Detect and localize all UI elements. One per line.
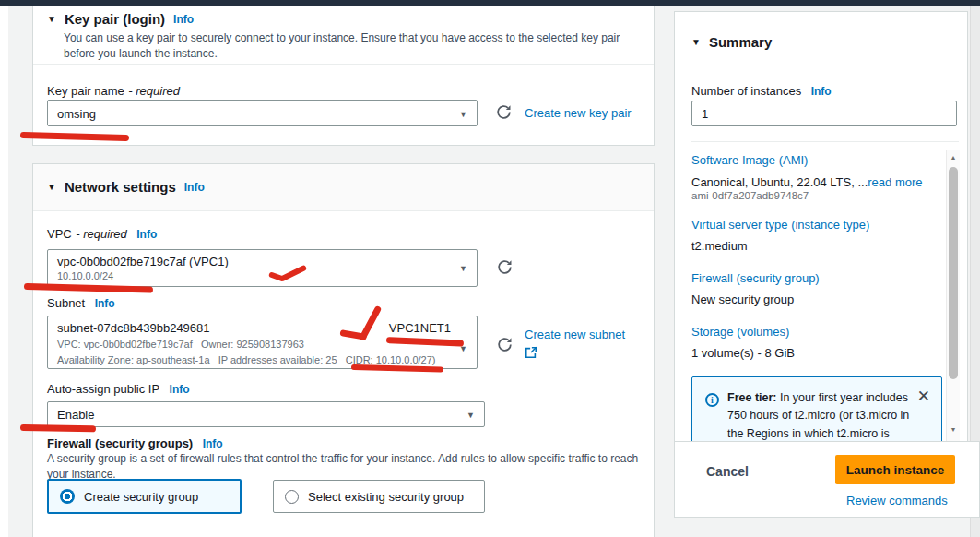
read-more-link[interactable]: read more bbox=[868, 175, 922, 189]
key-pair-name-label: Key pair name - required bbox=[47, 82, 180, 99]
create-security-group-option[interactable]: Create security group bbox=[47, 479, 242, 514]
chevron-down-icon: ▼ bbox=[459, 264, 467, 273]
storage-link[interactable]: Storage (volumes) bbox=[691, 325, 789, 339]
ami-id: ami-0df7a207adb9748c7 bbox=[691, 190, 809, 201]
info-circle-icon: i bbox=[705, 393, 719, 407]
create-new-subnet-link[interactable]: Create new subnet bbox=[525, 328, 625, 341]
info-link[interactable]: Info bbox=[170, 383, 190, 396]
chevron-down-icon: ▼ bbox=[691, 37, 701, 47]
vpc-select[interactable]: vpc-0b0bd02fbe719c7af (VPC1) 10.10.0.0/2… bbox=[47, 249, 478, 287]
firewall-value: New security group bbox=[691, 292, 794, 306]
scrollbar-thumb[interactable] bbox=[949, 167, 958, 379]
divider bbox=[675, 66, 967, 66]
auto-assign-ip-select[interactable]: Enable ▼ bbox=[47, 401, 485, 427]
summary-panel: ▼ Summary Number of instances Info Softw… bbox=[674, 11, 968, 441]
section-title: Network settings bbox=[65, 179, 176, 195]
number-of-instances-label: Number of instances Info bbox=[691, 82, 832, 99]
info-link[interactable]: Info bbox=[184, 181, 205, 194]
key-pair-header[interactable]: ▼ Key pair (login) Info bbox=[47, 11, 194, 27]
scroll-up-icon[interactable]: ▲ bbox=[947, 154, 960, 161]
review-commands-link[interactable]: Review commands bbox=[846, 494, 948, 507]
network-settings-section: ▼ Network settings Info VPC - required I… bbox=[32, 163, 655, 537]
chevron-down-icon: ▼ bbox=[47, 14, 56, 24]
refresh-icon[interactable] bbox=[497, 337, 513, 356]
chevron-down-icon: ▼ bbox=[47, 182, 56, 192]
free-tier-notice: i Free tier: In your first year includes… bbox=[691, 376, 942, 441]
key-pair-description: You can use a key pair to securely conne… bbox=[64, 30, 637, 63]
storage-value: 1 volume(s) - 8 GiB bbox=[691, 346, 795, 360]
select-existing-security-group-option[interactable]: Select existing security group bbox=[273, 480, 485, 513]
number-of-instances-input[interactable] bbox=[691, 101, 957, 126]
vpc-label: VPC - required Info bbox=[47, 225, 157, 242]
instance-type-value: t2.medium bbox=[691, 239, 748, 253]
cancel-button[interactable]: Cancel bbox=[706, 464, 749, 479]
info-link[interactable]: Info bbox=[95, 297, 115, 310]
free-tier-text: Free tier: In your first year includes 7… bbox=[727, 389, 917, 441]
radio-unselected-icon bbox=[285, 490, 299, 504]
info-link[interactable]: Info bbox=[173, 13, 194, 26]
info-link[interactable]: Info bbox=[136, 228, 157, 241]
network-settings-header[interactable]: ▼ Network settings Info bbox=[33, 164, 654, 211]
chevron-down-icon: ▼ bbox=[466, 411, 475, 420]
info-link[interactable]: Info bbox=[203, 437, 223, 450]
subnet-name: VPC1NET1 bbox=[389, 321, 451, 335]
refresh-icon[interactable] bbox=[496, 104, 512, 124]
section-title: Key pair (login) bbox=[65, 11, 165, 27]
launch-instance-button[interactable]: Launch instance bbox=[835, 455, 955, 484]
radio-selected-icon bbox=[60, 489, 75, 504]
divider bbox=[691, 141, 959, 142]
scroll-down-icon[interactable]: ▼ bbox=[947, 426, 960, 433]
key-pair-select[interactable]: omsing ▼ bbox=[47, 100, 478, 126]
external-link-icon[interactable] bbox=[525, 346, 537, 363]
section-title: Summary bbox=[709, 34, 772, 50]
red-underline-enable bbox=[20, 424, 96, 432]
ami-link[interactable]: Software Image (AMI) bbox=[691, 153, 808, 167]
subnet-label: Subnet Info bbox=[47, 294, 115, 311]
key-pair-section: ▼ Key pair (login) Info You can use a ke… bbox=[32, 6, 655, 146]
divider bbox=[33, 64, 654, 65]
action-footer: Cancel Launch instance Review commands bbox=[674, 441, 980, 518]
auto-assign-ip-label: Auto-assign public IP Info bbox=[47, 380, 190, 397]
info-link[interactable]: Info bbox=[811, 85, 832, 98]
close-icon[interactable]: ✕ bbox=[917, 388, 930, 404]
firewall-link[interactable]: Firewall (security group) bbox=[691, 271, 820, 285]
summary-header[interactable]: ▼ Summary bbox=[691, 34, 772, 50]
chevron-down-icon: ▼ bbox=[459, 110, 467, 119]
instance-type-link[interactable]: Virtual server type (instance type) bbox=[691, 218, 869, 232]
create-new-key-pair-link[interactable]: Create new key pair bbox=[525, 106, 632, 120]
firewall-label: Firewall (security groups) Info bbox=[47, 435, 223, 451]
ami-description: Canonical, Ubuntu, 22.04 LTS, ...read mo… bbox=[691, 173, 923, 190]
refresh-icon[interactable] bbox=[497, 259, 513, 279]
ec2-launch-instance-page: ▼ Key pair (login) Info You can use a ke… bbox=[0, 0, 980, 537]
summary-scrollbar[interactable]: ▲ ▼ bbox=[946, 150, 960, 441]
